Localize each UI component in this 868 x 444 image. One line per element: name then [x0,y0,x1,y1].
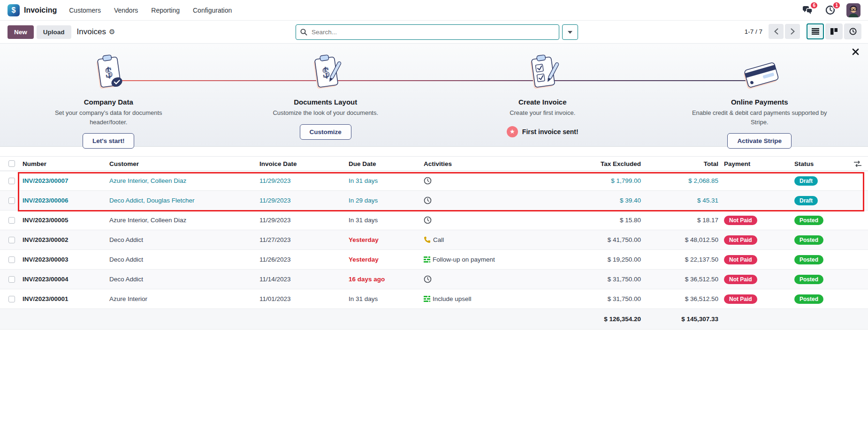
activity-clock-icon[interactable] [424,216,432,224]
column-header-payment[interactable]: Payment [720,160,791,167]
activities-cell: Follow-up on payment [420,256,514,263]
tax-excluded-cell: $ 41,750.00 [514,236,643,243]
totals-tax-excluded: $ 126,354.20 [514,316,643,323]
invoice-number-cell: INV/2023/00002 [19,236,106,243]
column-header-total[interactable]: Total [643,160,720,167]
table-row[interactable]: INV/2023/00007 Azure Interior, Colleen D… [0,171,868,191]
list-view-icon [812,28,819,35]
tax-excluded-cell: $ 31,750.00 [514,276,643,283]
activity-view-icon [849,28,857,35]
menu-reporting[interactable]: Reporting [151,7,180,14]
action-gear-icon[interactable]: ⚙ [109,28,115,36]
search-dropdown-toggle[interactable] [562,24,578,40]
invoice-number-cell: INV/2023/00006 [19,197,106,204]
tax-excluded-cell: $ 31,750.00 [514,295,643,302]
activity-view-button[interactable] [844,23,861,39]
invoice-date-cell: 11/27/2023 [256,236,345,243]
column-header-number[interactable]: Number [19,160,106,167]
row-checkbox[interactable] [8,178,15,184]
table-row[interactable]: INV/2023/00004 Deco Addict 11/14/2023 16… [0,270,868,289]
due-date-cell: In 31 days [345,217,420,224]
due-date-cell: Yesterday [345,236,420,243]
invoice-rows: INV/2023/00007 Azure Interior, Colleen D… [0,171,868,309]
column-header-due-date[interactable]: Due Date [345,160,420,167]
list-view-button[interactable] [807,23,824,39]
payment-badge: Not Paid [724,216,757,225]
caret-down-icon [568,31,572,34]
kanban-view-icon [830,28,838,35]
activity-clock-icon[interactable] [424,177,432,185]
row-checkbox[interactable] [8,256,15,263]
step-title: Company Data [0,98,217,106]
status-badge: Posted [794,275,823,284]
activity-clock-icon[interactable] [424,275,432,283]
messages-icon[interactable]: 6 [801,5,814,16]
invoicing-app-window: $ Invoicing Customers Vendors Reporting … [0,0,868,444]
activity-label: Call [433,236,444,243]
select-all-checkbox[interactable] [8,160,15,167]
column-header-status[interactable]: Status [791,160,845,167]
row-checkbox[interactable] [8,237,15,243]
customize-button[interactable]: Customize [300,124,351,140]
table-row[interactable]: INV/2023/00001 Azure Interior 11/01/2023… [0,289,868,309]
invoice-date-cell: 11/29/2023 [256,177,345,184]
step-title: Online Payments [651,98,868,106]
activities-cell: Call [420,236,514,243]
row-checkbox[interactable] [8,217,15,224]
step-title: Documents Layout [217,98,434,106]
activities-cell [420,216,514,224]
app-switcher[interactable]: $ Invoicing [8,4,57,16]
activity-phone-icon[interactable] [424,236,431,243]
due-date-cell: In 31 days [345,177,420,184]
table-row[interactable]: INV/2023/00002 Deco Addict 11/27/2023 Ye… [0,230,868,250]
kanban-view-button[interactable] [825,23,843,39]
breadcrumb-title: Invoices [77,27,106,37]
status-badge: Posted [794,235,823,245]
activities-badge: 1 [832,1,841,9]
user-avatar[interactable] [846,3,860,17]
row-checkbox[interactable] [8,197,15,204]
status-badge: Draft [794,176,818,186]
step-description: Customize the look of your documents. [253,108,398,118]
row-checkbox[interactable] [8,296,15,302]
search-input[interactable] [311,28,555,36]
new-button[interactable]: New [8,25,34,39]
menu-configuration[interactable]: Configuration [193,7,232,14]
activity-clock-icon[interactable] [424,196,432,204]
invoice-number-cell: INV/2023/00007 [19,177,106,184]
customer-cell: Deco Addict [106,236,256,243]
table-row[interactable]: INV/2023/00003 Deco Addict 11/26/2023 Ye… [0,250,868,270]
column-header-customer[interactable]: Customer [106,160,256,167]
activity-label: Follow-up on payment [433,256,495,263]
step-done-text: First invoice sent! [522,128,579,135]
row-checkbox[interactable] [8,276,15,283]
activity-tasks-icon[interactable] [424,256,430,263]
menu-vendors[interactable]: Vendors [114,7,138,14]
activities-cell [420,275,514,283]
navbar-systray: 6 1 [801,3,860,17]
upload-button[interactable]: Upload [37,25,71,39]
invoice-number-cell: INV/2023/00001 [19,295,106,302]
onboarding-step-documents-layout: $ Documents Layout Customize the look of… [217,44,434,146]
table-row[interactable]: INV/2023/00006 Deco Addict, Douglas Flet… [0,191,868,211]
customer-cell: Azure Interior [106,295,256,302]
invoice-date-cell: 11/26/2023 [256,256,345,263]
column-header-invoice-date[interactable]: Invoice Date [256,160,345,167]
pager-next-button[interactable] [785,24,800,39]
totals-total: $ 145,307.33 [643,316,720,323]
activity-tasks-icon[interactable] [424,296,430,302]
due-date-cell: Yesterday [345,256,420,263]
menu-customers[interactable]: Customers [69,7,101,14]
status-badge: Posted [794,294,823,304]
column-header-tax-excluded[interactable]: Tax Excluded [514,160,643,167]
activate-stripe-button[interactable]: Activate Stripe [727,133,792,149]
avatar-image-icon [846,3,860,17]
activities-icon[interactable]: 1 [824,5,836,16]
lets-start-button[interactable]: Let's start! [83,133,134,149]
pager-previous-button[interactable] [769,24,784,39]
view-switcher [807,23,861,39]
customer-cell: Deco Addict, Douglas Fletcher [106,197,256,204]
column-header-activities[interactable]: Activities [420,160,514,167]
adjust-columns-icon[interactable] [845,161,868,167]
table-row[interactable]: INV/2023/00005 Azure Interior, Colleen D… [0,211,868,230]
